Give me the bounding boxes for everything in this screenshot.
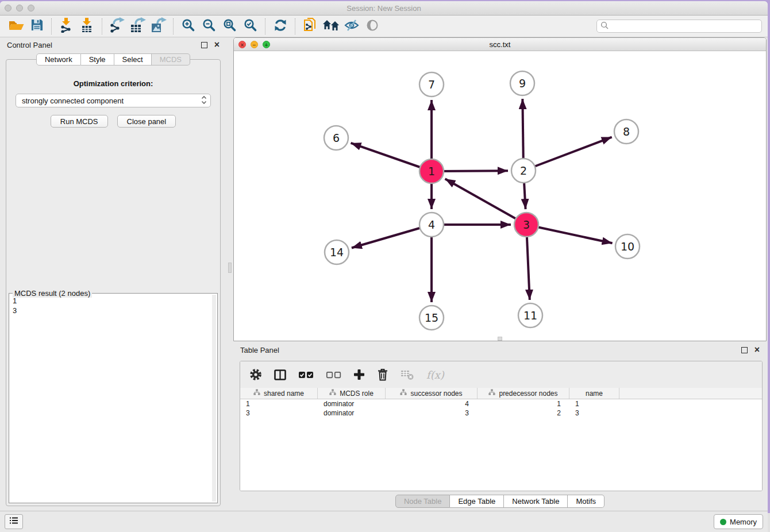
tab-node-table[interactable]: Node Table — [395, 495, 451, 508]
split-divider[interactable] — [226, 37, 233, 511]
graph-node-label-10: 10 — [621, 240, 634, 253]
column-header-successor-nodes[interactable]: successor nodes — [386, 388, 478, 399]
table-cell[interactable]: 4 — [386, 400, 478, 408]
search-input[interactable] — [611, 22, 758, 31]
import-network-icon — [59, 17, 74, 35]
open-session-button[interactable] — [6, 18, 26, 35]
tab-style[interactable]: Style — [81, 53, 114, 65]
table-cell[interactable]: dominator — [318, 400, 386, 408]
column-header-MCDS-role[interactable]: MCDS role — [318, 388, 386, 399]
network-window-titlebar: × − + scc.txt — [234, 38, 766, 51]
zoom-selected-button[interactable] — [240, 18, 261, 35]
export-network-button[interactable] — [107, 18, 128, 35]
canvas-grip[interactable] — [498, 337, 502, 341]
select-all-icon[interactable] — [298, 371, 314, 379]
mcds-result-box: MCDS result (2 nodes) 1 3 — [9, 293, 218, 503]
table-body: 1dominator4113dominator323 — [240, 399, 762, 418]
result-scrollbar[interactable] — [212, 295, 216, 502]
network-canvas[interactable]: 7968124314101511 — [234, 51, 766, 341]
main-area: Control Panel × Network Style Select MCD… — [0, 37, 768, 511]
corner-patch — [768, 513, 770, 532]
network-close-button[interactable]: × — [238, 41, 246, 48]
eye-slash-icon — [344, 18, 359, 34]
network-file-button[interactable] — [300, 18, 321, 35]
table-panel-title: Table Panel — [240, 346, 741, 354]
table-cell[interactable]: 3 — [240, 409, 318, 417]
zoom-out-icon — [202, 18, 216, 34]
memory-button[interactable]: Memory — [714, 514, 763, 529]
column-header-predecessor-nodes[interactable]: predecessor nodes — [478, 388, 569, 399]
save-session-button[interactable] — [26, 18, 47, 35]
table-empty-area — [240, 418, 762, 491]
toolbar-separator — [295, 18, 296, 34]
column-header-label: shared name — [264, 390, 304, 398]
show-panel-button[interactable] — [362, 18, 383, 35]
control-panel-header: Control Panel × — [0, 37, 226, 52]
optimization-criterion-label: Optimization criterion: — [6, 79, 220, 88]
function-builder-icon[interactable]: f(x) — [426, 369, 444, 381]
mcds-result-text[interactable]: 1 3 — [13, 296, 210, 502]
tab-select[interactable]: Select — [114, 53, 152, 65]
toolbar-separator — [51, 18, 52, 34]
import-table-button[interactable] — [77, 18, 98, 35]
table-cell[interactable]: dominator — [318, 409, 386, 417]
export-image-button[interactable] — [148, 18, 169, 35]
close-panel-icon[interactable]: × — [214, 42, 220, 48]
export-network-icon — [109, 17, 125, 35]
split-view-icon[interactable] — [274, 369, 286, 380]
network-minimize-button[interactable]: − — [251, 41, 258, 48]
settings-gear-icon[interactable] — [249, 368, 262, 381]
table-cell[interactable]: 1 — [569, 400, 619, 408]
export-image-icon — [151, 17, 167, 35]
tab-network-table[interactable]: Network Table — [504, 495, 568, 508]
control-panel-tabs: Network Style Select MCDS — [0, 53, 226, 65]
column-header-shared-name[interactable]: shared name — [240, 388, 318, 399]
add-column-icon[interactable] — [353, 369, 365, 380]
graph-node-label-3: 3 — [523, 218, 530, 231]
delete-column-icon[interactable] — [377, 368, 388, 381]
refresh-button[interactable] — [270, 18, 291, 35]
network-maximize-button[interactable]: + — [263, 41, 270, 48]
hide-panel-button[interactable] — [341, 18, 362, 35]
table-cell[interactable]: 3 — [386, 409, 478, 417]
graph-edge-3-1[interactable] — [445, 179, 526, 225]
zoom-fit-button[interactable] — [220, 18, 240, 35]
divider-grip[interactable] — [228, 263, 232, 273]
export-table-button[interactable] — [128, 18, 148, 35]
search-field[interactable] — [596, 20, 762, 33]
tab-edge-table[interactable]: Edge Table — [450, 495, 504, 508]
table-cell[interactable]: 1 — [478, 400, 569, 408]
zoom-out-button[interactable] — [199, 18, 220, 35]
table-cell[interactable]: 2 — [478, 409, 569, 417]
network-graph[interactable]: 7968124314101511 — [234, 51, 766, 341]
zoom-in-button[interactable] — [178, 18, 199, 35]
float-table-panel-icon[interactable] — [741, 347, 748, 353]
column-header-name[interactable]: name — [569, 388, 619, 399]
optimization-select[interactable]: strongly connected component — [16, 94, 211, 107]
table-tabs: Node Table Edge Table Network Table Moti… — [233, 491, 767, 511]
graph-edge-1-6[interactable] — [351, 143, 432, 171]
refresh-icon — [274, 18, 287, 34]
table-panel-header: Table Panel × — [233, 342, 767, 357]
task-history-button[interactable] — [5, 514, 23, 529]
tab-mcds[interactable]: MCDS — [152, 53, 190, 65]
network-window-title: scc.txt — [234, 40, 766, 49]
graph-edge-3-10[interactable] — [526, 225, 613, 243]
run-mcds-button[interactable]: Run MCDS — [51, 115, 108, 128]
tab-motifs[interactable]: Motifs — [568, 495, 605, 508]
graph-edge-2-8[interactable] — [523, 137, 612, 171]
close-panel-button[interactable]: Close panel — [117, 115, 176, 128]
delete-table-icon[interactable] — [401, 369, 414, 380]
import-network-button[interactable] — [56, 18, 77, 35]
table-cell[interactable]: 3 — [569, 409, 619, 417]
network-file-icon — [303, 17, 318, 36]
float-panel-icon[interactable] — [201, 42, 207, 48]
tab-network[interactable]: Network — [36, 53, 81, 65]
unselect-all-icon[interactable] — [326, 371, 341, 379]
table-cell[interactable]: 1 — [240, 400, 318, 408]
zoom-fit-icon — [223, 18, 237, 34]
table-row-1[interactable]: 1dominator411 — [240, 399, 762, 408]
home-button[interactable] — [321, 18, 341, 35]
close-table-panel-icon[interactable]: × — [754, 347, 760, 353]
table-row-2[interactable]: 3dominator323 — [240, 408, 762, 418]
